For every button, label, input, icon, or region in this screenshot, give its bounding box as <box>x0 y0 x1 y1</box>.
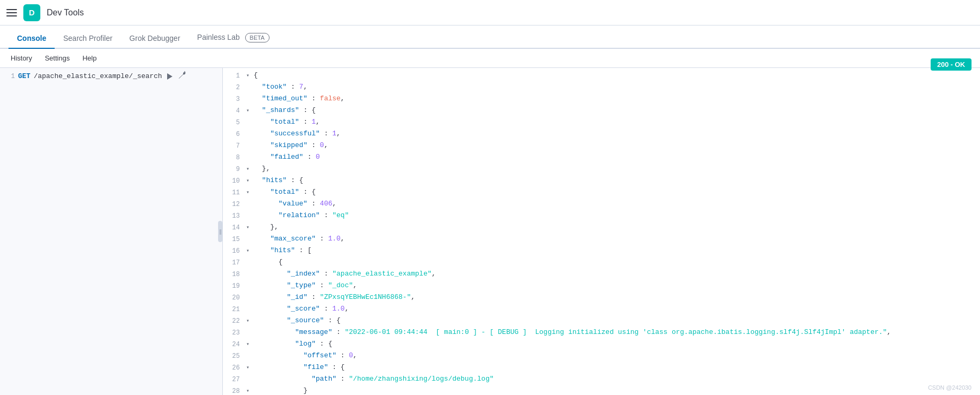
table-row: 17 { <box>223 257 980 269</box>
beta-badge: BETA <box>245 33 270 42</box>
line-number: 25 <box>227 350 246 362</box>
line-number: 22 <box>227 315 246 327</box>
json-content: "skipped" : 0, <box>254 140 976 151</box>
fold-toggle[interactable]: ▾ <box>246 315 254 325</box>
fold-toggle[interactable]: ▾ <box>246 245 254 255</box>
fold-toggle <box>246 140 254 142</box>
top-bar: D Dev Tools <box>0 0 980 25</box>
query-line-number: 1 <box>4 73 15 80</box>
table-row: 5 "total" : 1, <box>223 117 980 128</box>
line-number: 10 <box>227 175 246 186</box>
help-button[interactable]: Help <box>80 53 99 63</box>
tab-console[interactable]: Console <box>8 29 55 49</box>
line-number: 17 <box>227 257 246 268</box>
table-row: 22▾ "_source" : { <box>223 315 980 327</box>
table-row: 28▾ } <box>223 385 980 395</box>
app-avatar: D <box>23 4 40 21</box>
fold-toggle <box>246 152 254 153</box>
line-number: 24 <box>227 339 246 350</box>
json-content: "hits" : [ <box>254 245 976 256</box>
history-button[interactable]: History <box>8 53 34 63</box>
json-content: "_source" : { <box>254 315 976 327</box>
table-row: 2 "took" : 7, <box>223 82 980 93</box>
fold-toggle[interactable]: ▾ <box>246 164 254 174</box>
line-number: 9 <box>227 164 246 175</box>
line-number: 21 <box>227 304 246 315</box>
json-content: "total" : { <box>254 187 976 198</box>
fold-toggle[interactable]: ▾ <box>246 362 254 372</box>
table-row: 21 "_score" : 1.0, <box>223 304 980 315</box>
fold-toggle <box>246 327 254 329</box>
json-content: "log" : { <box>254 339 976 350</box>
table-row: 6 "successful" : 1, <box>223 128 980 140</box>
json-content: "max_score" : 1.0, <box>254 234 976 245</box>
line-number: 19 <box>227 280 246 291</box>
line-number: 1 <box>227 70 246 81</box>
fold-toggle[interactable]: ▾ <box>246 339 254 349</box>
panel-divider[interactable]: ‖ <box>218 221 222 242</box>
fold-toggle[interactable]: ▾ <box>246 385 254 395</box>
json-content: "_type" : "_doc", <box>254 280 976 291</box>
fold-toggle[interactable]: ▾ <box>246 187 254 197</box>
line-number: 12 <box>227 199 246 210</box>
json-content: "_shards" : { <box>254 105 976 116</box>
line-number: 8 <box>227 152 246 163</box>
table-row: 7 "skipped" : 0, <box>223 140 980 152</box>
table-row: 12 "value" : 406, <box>223 199 980 210</box>
table-row: 16▾ "hits" : [ <box>223 245 980 257</box>
line-number: 20 <box>227 292 246 303</box>
line-number: 2 <box>227 82 246 93</box>
fold-toggle <box>246 199 254 200</box>
line-number: 27 <box>227 374 246 385</box>
json-content: "hits" : { <box>254 175 976 186</box>
fold-toggle[interactable]: ▾ <box>246 222 254 232</box>
table-row: 19 "_type" : "_doc", <box>223 280 980 292</box>
hamburger-icon[interactable] <box>6 7 17 18</box>
fold-toggle <box>246 117 254 118</box>
table-row: 15 "max_score" : 1.0, <box>223 234 980 245</box>
right-panel[interactable]: 1▾{2 "took" : 7,3 "timed_out" : false,4▾… <box>223 68 980 395</box>
query-path: /apache_elastic_example/_search <box>33 72 162 80</box>
json-content: } <box>254 385 976 395</box>
fold-toggle <box>246 128 254 130</box>
fold-toggle[interactable]: ▾ <box>246 175 254 185</box>
line-number: 11 <box>227 187 246 198</box>
json-content: }, <box>254 164 976 175</box>
json-content: "_index" : "apache_elastic_example", <box>254 269 976 280</box>
svg-marker-0 <box>167 73 172 80</box>
table-row: 26▾ "file" : { <box>223 362 980 374</box>
settings-button[interactable]: Settings <box>42 53 72 63</box>
line-number: 15 <box>227 234 246 245</box>
fold-toggle <box>246 304 254 305</box>
tab-search-profiler[interactable]: Search Profiler <box>55 29 121 49</box>
json-content: "successful" : 1, <box>254 128 976 140</box>
fold-toggle <box>246 93 254 95</box>
line-number: 7 <box>227 140 246 151</box>
fold-toggle <box>246 280 254 282</box>
fold-toggle[interactable]: ▾ <box>246 70 254 80</box>
wrench-icon[interactable] <box>178 71 186 81</box>
line-number: 16 <box>227 245 246 256</box>
toolbar: History Settings Help <box>0 49 980 68</box>
fold-toggle <box>246 269 254 270</box>
table-row: 18 "_index" : "apache_elastic_example", <box>223 269 980 280</box>
query-method: GET <box>18 72 30 80</box>
line-number: 3 <box>227 93 246 105</box>
tab-painless-lab[interactable]: Painless Lab BETA <box>189 28 278 49</box>
table-row: 9▾ }, <box>223 164 980 175</box>
fold-toggle <box>246 374 254 375</box>
tab-grok-debugger[interactable]: Grok Debugger <box>121 29 189 49</box>
run-icon[interactable] <box>165 72 175 81</box>
table-row: 4▾ "_shards" : { <box>223 105 980 117</box>
line-number: 18 <box>227 269 246 280</box>
json-content: "failed" : 0 <box>254 152 976 163</box>
json-content: "_id" : "ZPxsqYEBHwEc1NH6868-", <box>254 292 976 303</box>
fold-toggle <box>246 82 254 83</box>
fold-toggle[interactable]: ▾ <box>246 105 254 115</box>
fold-toggle <box>246 257 254 259</box>
table-row: 25 "offset" : 0, <box>223 350 980 362</box>
query-line: 1 GET /apache_elastic_example/_search <box>0 68 222 84</box>
table-row: 23 "message" : "2022-06-01 09:44:44 [ ma… <box>223 327 980 339</box>
line-number: 14 <box>227 222 246 233</box>
table-row: 27 "path" : "/home/zhangshixing/logs/deb… <box>223 374 980 385</box>
